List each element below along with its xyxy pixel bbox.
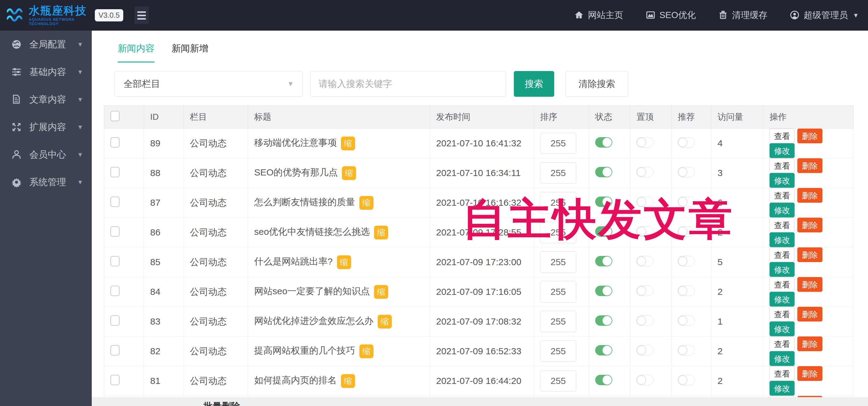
- edit-button[interactable]: 修改: [770, 203, 795, 218]
- status-toggle[interactable]: [595, 375, 612, 385]
- sidebar-item-label: 会员中心: [29, 148, 66, 161]
- column-header: 操作: [764, 106, 854, 128]
- edit-button[interactable]: 修改: [770, 262, 795, 277]
- recommend-toggle[interactable]: [678, 167, 695, 177]
- row-checkbox[interactable]: [111, 137, 120, 148]
- top-toggle[interactable]: [637, 256, 654, 266]
- edit-button[interactable]: 修改: [770, 232, 795, 247]
- row-checkbox[interactable]: [111, 375, 120, 385]
- view-button[interactable]: 查看: [770, 366, 795, 381]
- recommend-toggle[interactable]: [678, 286, 695, 296]
- top-menu-label: 超级管理员: [803, 9, 848, 22]
- view-button[interactable]: 查看: [770, 218, 795, 232]
- status-toggle[interactable]: [595, 256, 612, 266]
- search-input[interactable]: [310, 71, 506, 97]
- view-button[interactable]: 查看: [770, 337, 795, 351]
- category-select-value: 全部栏目: [124, 78, 160, 90]
- caret-down-icon: ▼: [77, 124, 83, 131]
- sort-input[interactable]: [540, 162, 576, 184]
- sort-input[interactable]: [540, 133, 576, 154]
- category-select[interactable]: 全部栏目 ▼: [115, 71, 303, 97]
- edit-button[interactable]: 修改: [770, 381, 795, 396]
- row-checkbox[interactable]: [111, 197, 120, 207]
- sidebar-item-1[interactable]: 基础内容▼: [0, 58, 92, 86]
- hamburger-menu-icon[interactable]: [134, 6, 149, 24]
- delete-button[interactable]: 删除: [797, 337, 823, 351]
- sidebar-item-5[interactable]: 系统管理▼: [0, 168, 92, 196]
- top-menu-item-1[interactable]: SEO优化: [646, 9, 696, 22]
- delete-button[interactable]: 删除: [797, 188, 823, 203]
- sidebar-item-3[interactable]: 扩展内容▼: [0, 113, 92, 141]
- view-button[interactable]: 查看: [770, 248, 795, 262]
- cell-id: 87: [144, 188, 184, 218]
- cell-category: 公司动态: [184, 337, 248, 366]
- sort-input[interactable]: [540, 370, 576, 392]
- row-checkbox[interactable]: [111, 315, 120, 326]
- select-all-checkbox[interactable]: [111, 111, 120, 121]
- delete-button[interactable]: 删除: [797, 218, 823, 232]
- row-checkbox[interactable]: [111, 286, 120, 296]
- sort-input[interactable]: [540, 341, 576, 362]
- view-button[interactable]: 查看: [770, 128, 795, 143]
- column-header: 标题: [248, 106, 430, 128]
- top-toggle[interactable]: [637, 286, 654, 296]
- select-caret-icon: ▼: [287, 80, 294, 88]
- sort-input[interactable]: [540, 251, 576, 273]
- recommend-toggle[interactable]: [678, 345, 695, 355]
- top-toggle[interactable]: [637, 137, 654, 148]
- shrink-badge: 缩: [374, 226, 388, 239]
- caret-down-icon: ▼: [77, 41, 83, 48]
- recommend-toggle[interactable]: [678, 256, 695, 266]
- delete-button[interactable]: 删除: [797, 277, 823, 292]
- shrink-badge: 缩: [337, 255, 351, 269]
- search-button[interactable]: 搜索: [514, 71, 554, 97]
- delete-button[interactable]: 删除: [797, 158, 823, 173]
- top-toggle[interactable]: [637, 375, 654, 385]
- tab-1[interactable]: 新闻新增: [172, 42, 208, 62]
- recommend-toggle[interactable]: [678, 137, 695, 148]
- sidebar-item-label: 扩展内容: [29, 121, 66, 134]
- status-toggle[interactable]: [595, 345, 612, 355]
- status-toggle[interactable]: [595, 286, 612, 296]
- edit-button[interactable]: 修改: [770, 321, 795, 336]
- status-toggle[interactable]: [595, 167, 612, 177]
- view-button[interactable]: 查看: [770, 158, 795, 173]
- view-button[interactable]: 查看: [770, 307, 795, 321]
- delete-button[interactable]: 删除: [797, 248, 823, 262]
- top-toggle[interactable]: [637, 345, 654, 355]
- sidebar-item-0[interactable]: 全局配置▼: [0, 31, 92, 58]
- top-toggle[interactable]: [637, 315, 654, 326]
- row-checkbox[interactable]: [111, 345, 120, 355]
- recommend-toggle[interactable]: [678, 315, 695, 326]
- cell-visits: 3: [711, 158, 764, 188]
- caret-down-icon: ▼: [853, 12, 859, 19]
- row-checkbox[interactable]: [111, 256, 120, 266]
- sort-input[interactable]: [540, 311, 576, 332]
- view-button[interactable]: 查看: [770, 188, 795, 203]
- delete-button[interactable]: 删除: [797, 128, 823, 143]
- delete-button[interactable]: 删除: [797, 366, 823, 381]
- top-toggle[interactable]: [637, 167, 654, 177]
- status-toggle[interactable]: [595, 137, 612, 148]
- status-toggle[interactable]: [595, 315, 612, 326]
- sidebar-item-2[interactable]: 文章内容▼: [0, 86, 92, 113]
- top-menu-item-0[interactable]: 网站主页: [575, 9, 623, 22]
- recommend-toggle[interactable]: [678, 375, 695, 385]
- top-menu-item-2[interactable]: 清理缓存: [718, 9, 767, 22]
- tab-0[interactable]: 新闻内容: [118, 42, 154, 62]
- cell-category: 公司动态: [184, 158, 248, 188]
- delete-button[interactable]: 删除: [797, 307, 823, 321]
- edit-button[interactable]: 修改: [770, 292, 795, 307]
- edit-button[interactable]: 修改: [770, 351, 795, 366]
- edit-button[interactable]: 修改: [770, 173, 795, 188]
- top-menu-item-3[interactable]: 超级管理员▼: [790, 9, 859, 22]
- edit-button[interactable]: 修改: [770, 143, 795, 158]
- clear-search-button[interactable]: 清除搜索: [565, 71, 628, 97]
- sort-input[interactable]: [540, 281, 576, 302]
- row-checkbox[interactable]: [111, 226, 120, 237]
- sidebar-item-4[interactable]: 会员中心▼: [0, 141, 92, 168]
- view-button[interactable]: 查看: [770, 277, 795, 292]
- sidebar-item-label: 基础内容: [29, 66, 66, 78]
- footer-partial-button[interactable]: 批量删除: [204, 400, 240, 406]
- row-checkbox[interactable]: [111, 167, 120, 177]
